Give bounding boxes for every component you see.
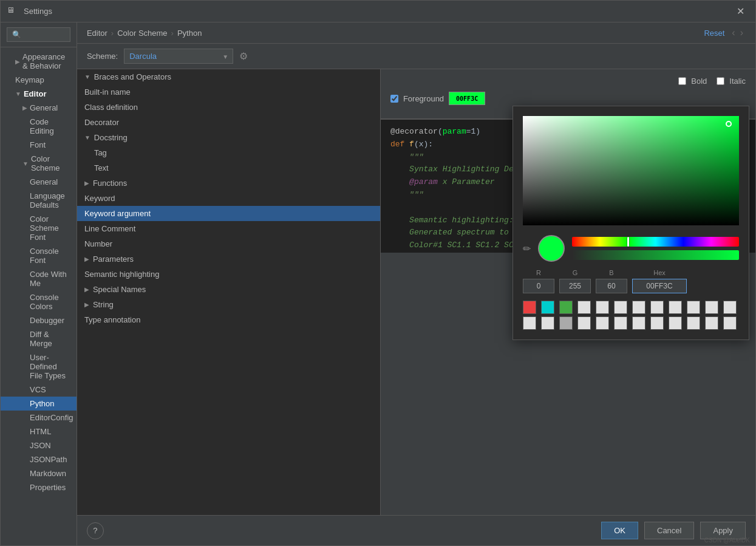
cancel-button[interactable]: Cancel xyxy=(644,522,694,539)
nav-forward-button[interactable]: › xyxy=(738,27,746,38)
italic-checkbox[interactable] xyxy=(717,77,724,85)
sidebar-item-cs-console-font[interactable]: Console Font xyxy=(1,244,77,267)
list-item[interactable]: ▼ Docstring xyxy=(77,130,380,145)
swatch-teal[interactable] xyxy=(541,301,554,314)
sidebar-item-cs-html[interactable]: HTML xyxy=(1,425,77,439)
hex-input[interactable] xyxy=(632,279,687,293)
close-button[interactable]: ✕ xyxy=(732,3,749,19)
foreground-row: Foreground 00FF3C xyxy=(390,92,746,105)
list-item[interactable]: ▶ Parameters xyxy=(77,251,380,267)
swatch-white6[interactable] xyxy=(669,301,682,314)
sidebar-item-editor[interactable]: ▼ Editor xyxy=(1,87,77,101)
color-swatches-grid-2 xyxy=(523,316,739,330)
ok-button[interactable]: OK xyxy=(601,522,638,539)
swatch-g7[interactable] xyxy=(650,316,664,330)
swatch-g8[interactable] xyxy=(669,316,682,330)
list-item[interactable]: Number xyxy=(77,236,380,251)
search-input[interactable] xyxy=(7,27,70,42)
swatch-green[interactable] xyxy=(559,301,573,314)
swatch-white1[interactable] xyxy=(577,301,591,314)
swatch-white4[interactable] xyxy=(632,301,645,314)
list-item[interactable]: Decorator xyxy=(77,115,380,130)
hue-slider[interactable] xyxy=(572,237,739,247)
sidebar-item-cs-jsonpath[interactable]: JSONPath xyxy=(1,452,77,466)
sidebar-item-general[interactable]: ▶ General xyxy=(1,101,77,115)
list-item[interactable]: ▶ Functions xyxy=(77,176,380,191)
italic-checkbox-row: Italic xyxy=(717,77,746,86)
color-gradient-canvas[interactable] xyxy=(523,116,739,225)
list-item[interactable]: Semantic highlighting xyxy=(77,267,380,282)
sidebar-item-cs-markdown[interactable]: Markdown xyxy=(1,466,77,480)
opacity-slider[interactable] xyxy=(572,250,739,260)
swatch-g5[interactable] xyxy=(614,316,627,330)
list-item[interactable]: Text xyxy=(77,160,380,176)
eyedropper-icon[interactable]: ✏ xyxy=(523,243,531,254)
breadcrumb-color-scheme[interactable]: Color Scheme xyxy=(117,29,167,38)
help-button[interactable]: ? xyxy=(87,522,104,539)
sidebar-item-cs-editorconfig[interactable]: EditorConfig xyxy=(1,411,77,425)
nav-back-button[interactable]: ‹ xyxy=(729,27,737,38)
expand-arrow-icon: ▶ xyxy=(15,58,20,65)
sidebar-item-color-scheme[interactable]: ▼ Color Scheme xyxy=(1,152,77,175)
sidebar-item-font[interactable]: Font xyxy=(1,138,77,152)
swatch-g4[interactable] xyxy=(596,316,609,330)
swatch-g1[interactable] xyxy=(523,316,536,330)
sidebar-item-cs-json[interactable]: JSON xyxy=(1,439,77,452)
item-expand-arrow-icon: ▶ xyxy=(84,286,89,293)
list-item[interactable]: Built-in name xyxy=(77,84,380,100)
swatch-white7[interactable] xyxy=(687,301,700,314)
sidebar-item-cs-python[interactable]: Python xyxy=(1,397,77,411)
scheme-gear-icon[interactable]: ⚙ xyxy=(239,50,248,62)
settings-window: 🖥 Settings ✕ ▶ Appearance & Behavior Key… xyxy=(0,0,756,546)
swatch-white3[interactable] xyxy=(614,301,627,314)
swatch-gray[interactable] xyxy=(559,316,573,330)
sidebar-item-appearance[interactable]: ▶ Appearance & Behavior xyxy=(1,50,77,73)
sidebar-item-cs-debugger[interactable]: Debugger xyxy=(1,313,77,327)
sidebar-item-cs-user-defined[interactable]: User-Defined File Types xyxy=(1,350,77,383)
list-item-keyword-argument[interactable]: Keyword argument xyxy=(77,206,380,221)
swatch-white5[interactable] xyxy=(650,301,664,314)
sidebar-item-label: VCS xyxy=(30,385,46,394)
list-item[interactable]: Line Comment xyxy=(77,221,380,236)
list-item[interactable]: Class definition xyxy=(77,100,380,115)
swatch-g9[interactable] xyxy=(687,316,700,330)
sidebar-item-cs-vcs[interactable]: VCS xyxy=(1,383,77,397)
swatch-g10[interactable] xyxy=(705,316,718,330)
swatch-g3[interactable] xyxy=(577,316,591,330)
swatch-g6[interactable] xyxy=(632,316,645,330)
list-item[interactable]: Keyword xyxy=(77,191,380,206)
sidebar-item-cs-lang-defaults[interactable]: Language Defaults xyxy=(1,189,77,212)
bold-checkbox[interactable] xyxy=(678,77,686,85)
swatch-white2[interactable] xyxy=(596,301,609,314)
sidebar-item-code-editing[interactable]: Code Editing xyxy=(1,115,77,138)
foreground-checkbox[interactable] xyxy=(390,95,398,103)
scheme-select[interactable]: Darcula Default High Contrast Monokai xyxy=(124,49,233,64)
swatch-g11[interactable] xyxy=(723,316,737,330)
sidebar-item-cs-font[interactable]: Color Scheme Font xyxy=(1,212,77,244)
sidebar-item-keymap[interactable]: Keymap xyxy=(1,73,77,87)
swatch-white8[interactable] xyxy=(705,301,718,314)
sidebar-item-cs-console-colors[interactable]: Console Colors xyxy=(1,290,77,313)
reset-button[interactable]: Reset xyxy=(704,29,724,38)
sidebar-item-cs-general[interactable]: General xyxy=(1,175,77,189)
breadcrumb-editor[interactable]: Editor xyxy=(87,29,107,38)
green-input[interactable] xyxy=(559,279,591,293)
scheme-row: Scheme: Darcula Default High Contrast Mo… xyxy=(77,44,755,69)
red-input[interactable] xyxy=(523,279,554,293)
list-item[interactable]: ▼ Braces and Operators xyxy=(77,69,380,84)
list-item[interactable]: Type annotation xyxy=(77,312,380,327)
sidebar-item-cs-properties[interactable]: Properties xyxy=(1,480,77,494)
list-item[interactable]: ▶ String xyxy=(77,297,380,312)
swatch-white9[interactable] xyxy=(723,301,737,314)
expand-arrow-icon: ▼ xyxy=(22,160,29,167)
swatch-g2[interactable] xyxy=(541,316,554,330)
foreground-color-swatch[interactable]: 00FF3C xyxy=(449,92,485,105)
sidebar-item-cs-diff-merge[interactable]: Diff & Merge xyxy=(1,327,77,350)
list-item[interactable]: ▶ Special Names xyxy=(77,282,380,297)
hex-channel: Hex xyxy=(632,269,687,293)
list-item[interactable]: Tag xyxy=(77,145,380,160)
blue-input[interactable] xyxy=(596,279,627,293)
sidebar-item-cs-code-with-me[interactable]: Code With Me xyxy=(1,267,77,290)
swatch-red[interactable] xyxy=(523,301,536,314)
breadcrumb-python[interactable]: Python xyxy=(177,29,202,38)
